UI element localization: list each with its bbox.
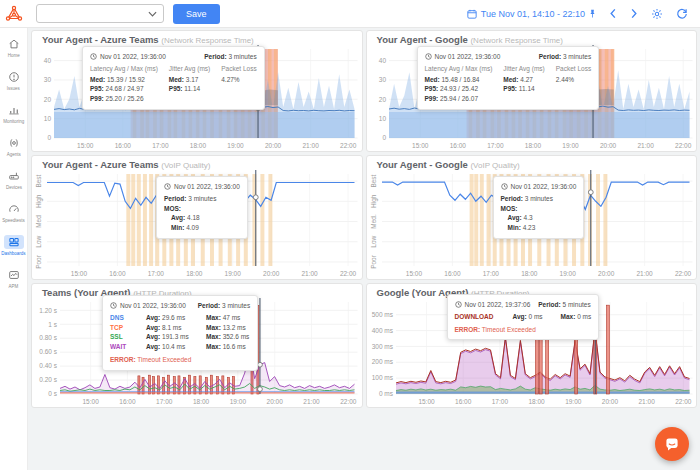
sidebar-item-dashboards[interactable]: Dashboards <box>0 235 28 256</box>
tooltip-row-tcp: TCPAvg: 8.1 msMax: 13.2 ms <box>110 323 250 333</box>
next-period-button[interactable] <box>630 8 638 19</box>
svg-text:18:00: 18:00 <box>186 270 203 277</box>
sidebar-item-devices[interactable]: Devices <box>0 169 28 190</box>
svg-text:20:00: 20:00 <box>598 270 615 277</box>
clock-icon <box>425 53 432 60</box>
agent-braces-icon <box>6 136 22 150</box>
panel-title: Your Agent - Google (VoIP Quality) <box>367 156 697 170</box>
tooltip-jitter-col: Jitter Avg (ms) Med: 3.17 P95: 11.14 <box>169 64 210 104</box>
svg-text:22:00: 22:00 <box>675 398 692 405</box>
chart-tooltip: Nov 01 2022, 19:37:06 Period: 5 minutes … <box>447 294 600 340</box>
svg-text:0.40 s: 0.40 s <box>39 362 57 369</box>
clock-icon <box>90 53 97 60</box>
svg-text:17:00: 17:00 <box>487 142 504 149</box>
brand-logo[interactable] <box>0 5 28 23</box>
svg-text:18:00: 18:00 <box>528 398 545 405</box>
svg-text:22:00: 22:00 <box>340 270 357 277</box>
svg-text:500 ms: 500 ms <box>371 311 393 318</box>
svg-text:16:00: 16:00 <box>119 398 136 405</box>
svg-text:17:00: 17:00 <box>482 270 499 277</box>
svg-text:30: 30 <box>378 76 386 83</box>
home-icon <box>6 37 22 51</box>
tooltip-period: Period: 3 minutes <box>539 52 591 62</box>
tooltip-time: Nov 01 2022, 19:36:00 <box>100 52 166 62</box>
svg-text:18:00: 18:00 <box>190 142 207 149</box>
svg-text:20:00: 20:00 <box>599 142 616 149</box>
tooltip-period: Period: 5 minutes <box>538 300 590 310</box>
pin-icon[interactable] <box>589 9 596 19</box>
panel-title: Your Agent - Google (Network Response Ti… <box>367 31 697 45</box>
svg-text:200 ms: 200 ms <box>371 358 393 365</box>
tooltip-mos-avg: Avg: 4.18 <box>164 213 240 223</box>
svg-text:15:00: 15:00 <box>405 270 422 277</box>
tooltip-jitter-col: Jitter Avg (ms) Med: 4.27 P95: 11.14 <box>503 64 544 104</box>
sidebar-item-issues[interactable]: Issues <box>0 70 28 91</box>
svg-text:22:00: 22:00 <box>340 142 357 149</box>
panel-subtitle: (VoIP Quality) <box>470 161 519 170</box>
svg-text:16:00: 16:00 <box>115 142 132 149</box>
tooltip-time: Nov 01 2022, 19:36:00 <box>120 301 186 311</box>
tooltip-time: Nov 01 2022, 19:36:00 <box>435 52 501 62</box>
svg-text:0.80 s: 0.80 s <box>39 334 57 341</box>
tooltip-mos-min: Min: 4.23 <box>501 223 577 233</box>
svg-text:Low: Low <box>370 235 377 247</box>
svg-text:0 s: 0 s <box>48 390 57 397</box>
chart-tooltip: Nov 01 2022, 19:36:00 Period: 3 minutes … <box>417 46 600 110</box>
dashboard-grid: Your Agent - Azure Teams (Network Respon… <box>28 28 700 410</box>
svg-text:0.20 s: 0.20 s <box>39 376 57 383</box>
panel-title: Your Agent - Azure Teams (VoIP Quality) <box>32 156 362 170</box>
bar-chart-icon <box>6 103 22 117</box>
tooltip-row-ssl: SSLAvg: 191.3 msMax: 352.6 ms <box>110 332 250 342</box>
panel-azure-teams-voip: Your Agent - Azure Teams (VoIP Quality) … <box>31 155 363 280</box>
sidebar-item-speedtests[interactable]: Speedtests <box>0 202 28 223</box>
date-range-picker[interactable]: Tue Nov 01, 14:10 - 22:10 <box>467 9 596 19</box>
sidebar-nav: Home Issues Monitoring Agents Devices Sp… <box>0 28 28 470</box>
svg-text:15:00: 15:00 <box>82 398 99 405</box>
save-button[interactable]: Save <box>173 4 220 24</box>
panel-title: Your Agent - Azure Teams (Network Respon… <box>32 31 362 45</box>
panel-azure-teams-network: Your Agent - Azure Teams (Network Respon… <box>31 30 363 152</box>
support-chat-button[interactable] <box>655 427 689 461</box>
sidebar-item-apm[interactable]: APM <box>0 268 28 289</box>
svg-text:400 ms: 400 ms <box>371 327 393 334</box>
refresh-button[interactable] <box>676 8 688 20</box>
svg-text:21:00: 21:00 <box>637 142 654 149</box>
svg-text:16:00: 16:00 <box>444 270 461 277</box>
svg-text:Best: Best <box>370 174 377 187</box>
panel-google-voip: Your Agent - Google (VoIP Quality) PoorL… <box>366 155 698 280</box>
clock-icon <box>501 183 508 190</box>
svg-text:20: 20 <box>44 96 52 103</box>
svg-text:0 ms: 0 ms <box>378 390 393 397</box>
tooltip-mos-label: MOS: <box>501 204 577 214</box>
panel-google-http: Google (Your Agent) (HTTP Duration) 0 ms… <box>366 283 698 408</box>
tooltip-latency-col: Latency Avg / Max (ms) Med: 15.39 / 15.9… <box>90 64 158 104</box>
prev-period-button[interactable] <box>609 8 617 19</box>
tooltip-time: Nov 01 2022, 19:36:00 <box>511 182 577 192</box>
svg-text:20:00: 20:00 <box>263 270 280 277</box>
svg-text:1 s: 1 s <box>48 321 57 328</box>
dashboard-select[interactable] <box>36 4 164 23</box>
tooltip-row-dns: DNSAvg: 29.6 msMax: 47 ms <box>110 313 250 323</box>
dashboard-grid-icon <box>4 235 24 249</box>
tooltip-mos-min: Min: 4.09 <box>164 223 240 233</box>
tooltip-period: Period: 3 minutes <box>204 52 256 62</box>
settings-gear-button[interactable] <box>651 8 663 20</box>
svg-text:20:00: 20:00 <box>265 142 282 149</box>
svg-text:21:00: 21:00 <box>638 398 655 405</box>
svg-text:21:00: 21:00 <box>302 142 319 149</box>
sidebar-item-agents[interactable]: Agents <box>0 136 28 157</box>
svg-text:0: 0 <box>382 134 386 141</box>
svg-text:17:00: 17:00 <box>491 398 508 405</box>
chart-tooltip: Nov 01 2022, 19:36:00 Period: 3 minutes … <box>493 176 585 239</box>
svg-text:21:00: 21:00 <box>303 398 320 405</box>
sidebar-item-monitoring[interactable]: Monitoring <box>0 103 28 124</box>
svg-text:10: 10 <box>44 115 52 122</box>
tooltip-loss-col: Packet Loss 4.27% <box>221 64 256 104</box>
svg-text:40: 40 <box>44 57 52 64</box>
sidebar-item-home[interactable]: Home <box>0 37 28 58</box>
svg-text:19:00: 19:00 <box>230 398 247 405</box>
svg-text:19:00: 19:00 <box>565 398 582 405</box>
clock-icon <box>455 301 462 308</box>
svg-text:Med: Med <box>35 215 42 228</box>
panel-google-network: Your Agent - Google (Network Response Ti… <box>366 30 698 152</box>
